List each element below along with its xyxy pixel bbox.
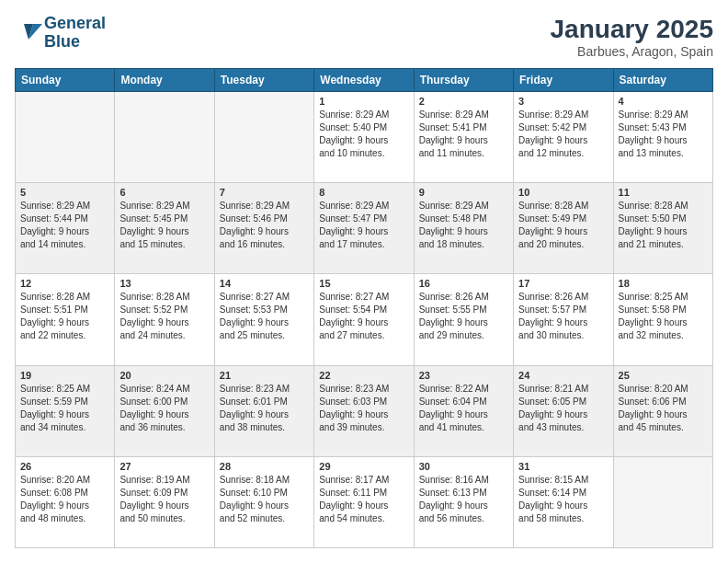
table-row: 13Sunrise: 8:28 AM Sunset: 5:52 PM Dayli… — [115, 274, 214, 365]
day-number: 31 — [518, 461, 608, 472]
day-number: 7 — [220, 187, 309, 198]
day-info: Sunrise: 8:25 AM Sunset: 5:58 PM Dayligh… — [619, 291, 708, 342]
table-row: 7Sunrise: 8:29 AM Sunset: 5:46 PM Daylig… — [214, 183, 313, 274]
day-number: 30 — [419, 461, 508, 472]
day-number: 26 — [20, 461, 109, 472]
table-row: 19Sunrise: 8:25 AM Sunset: 5:59 PM Dayli… — [16, 365, 115, 456]
day-number: 11 — [619, 187, 708, 198]
logo-text: General Blue — [44, 15, 106, 52]
table-row: 22Sunrise: 8:23 AM Sunset: 6:03 PM Dayli… — [314, 365, 414, 456]
table-row: 27Sunrise: 8:19 AM Sunset: 6:09 PM Dayli… — [115, 456, 214, 547]
week-row-4: 19Sunrise: 8:25 AM Sunset: 5:59 PM Dayli… — [16, 365, 713, 456]
table-row: 4Sunrise: 8:29 AM Sunset: 5:43 PM Daylig… — [613, 92, 712, 183]
day-info: Sunrise: 8:23 AM Sunset: 6:03 PM Dayligh… — [319, 383, 408, 434]
day-info: Sunrise: 8:26 AM Sunset: 5:55 PM Dayligh… — [419, 291, 508, 342]
col-monday: Monday — [115, 69, 214, 92]
table-row: 25Sunrise: 8:20 AM Sunset: 6:06 PM Dayli… — [613, 365, 712, 456]
day-info: Sunrise: 8:24 AM Sunset: 6:00 PM Dayligh… — [119, 383, 209, 434]
table-row: 30Sunrise: 8:16 AM Sunset: 6:13 PM Dayli… — [414, 456, 513, 547]
day-info: Sunrise: 8:29 AM Sunset: 5:43 PM Dayligh… — [619, 109, 708, 160]
day-info: Sunrise: 8:18 AM Sunset: 6:10 PM Dayligh… — [220, 474, 309, 525]
day-info: Sunrise: 8:20 AM Sunset: 6:06 PM Dayligh… — [619, 383, 708, 434]
table-row: 8Sunrise: 8:29 AM Sunset: 5:47 PM Daylig… — [314, 183, 414, 274]
day-info: Sunrise: 8:28 AM Sunset: 5:49 PM Dayligh… — [518, 200, 608, 251]
table-row: 14Sunrise: 8:27 AM Sunset: 5:53 PM Dayli… — [214, 274, 313, 365]
table-row: 6Sunrise: 8:29 AM Sunset: 5:45 PM Daylig… — [115, 183, 214, 274]
day-number: 12 — [20, 278, 109, 289]
week-row-2: 5Sunrise: 8:29 AM Sunset: 5:44 PM Daylig… — [16, 183, 713, 274]
table-row: 10Sunrise: 8:28 AM Sunset: 5:49 PM Dayli… — [514, 183, 613, 274]
table-row: 28Sunrise: 8:18 AM Sunset: 6:10 PM Dayli… — [214, 456, 313, 547]
table-row: 18Sunrise: 8:25 AM Sunset: 5:58 PM Dayli… — [613, 274, 712, 365]
day-number: 10 — [518, 187, 608, 198]
week-row-5: 26Sunrise: 8:20 AM Sunset: 6:08 PM Dayli… — [16, 456, 713, 547]
table-row — [214, 92, 313, 183]
day-info: Sunrise: 8:27 AM Sunset: 5:54 PM Dayligh… — [319, 291, 408, 342]
day-info: Sunrise: 8:15 AM Sunset: 6:14 PM Dayligh… — [518, 474, 608, 525]
day-number: 25 — [619, 370, 708, 381]
day-number: 1 — [319, 96, 408, 107]
day-number: 23 — [419, 370, 508, 381]
day-number: 28 — [220, 461, 309, 472]
day-number: 29 — [319, 461, 408, 472]
table-row: 26Sunrise: 8:20 AM Sunset: 6:08 PM Dayli… — [16, 456, 115, 547]
col-friday: Friday — [514, 69, 613, 92]
table-row: 21Sunrise: 8:23 AM Sunset: 6:01 PM Dayli… — [214, 365, 313, 456]
day-info: Sunrise: 8:19 AM Sunset: 6:09 PM Dayligh… — [119, 474, 209, 525]
header: General Blue January 2025 Barbues, Arago… — [15, 15, 713, 59]
header-row: Sunday Monday Tuesday Wednesday Thursday… — [16, 69, 713, 92]
day-number: 3 — [518, 96, 608, 107]
day-number: 9 — [419, 187, 508, 198]
day-number: 5 — [20, 187, 109, 198]
table-row — [16, 92, 115, 183]
day-info: Sunrise: 8:29 AM Sunset: 5:40 PM Dayligh… — [319, 109, 408, 160]
table-row — [115, 92, 214, 183]
logo-icon — [15, 19, 42, 47]
logo: General Blue — [15, 15, 106, 52]
day-info: Sunrise: 8:17 AM Sunset: 6:11 PM Dayligh… — [319, 474, 408, 525]
day-number: 22 — [319, 370, 408, 381]
table-row: 9Sunrise: 8:29 AM Sunset: 5:48 PM Daylig… — [414, 183, 513, 274]
table-row: 29Sunrise: 8:17 AM Sunset: 6:11 PM Dayli… — [314, 456, 414, 547]
day-number: 6 — [119, 187, 209, 198]
day-number: 14 — [220, 278, 309, 289]
col-saturday: Saturday — [613, 69, 712, 92]
day-number: 19 — [20, 370, 109, 381]
day-info: Sunrise: 8:29 AM Sunset: 5:46 PM Dayligh… — [220, 200, 309, 251]
day-info: Sunrise: 8:28 AM Sunset: 5:51 PM Dayligh… — [20, 291, 109, 342]
day-info: Sunrise: 8:28 AM Sunset: 5:50 PM Dayligh… — [619, 200, 708, 251]
col-sunday: Sunday — [16, 69, 115, 92]
table-row: 20Sunrise: 8:24 AM Sunset: 6:00 PM Dayli… — [115, 365, 214, 456]
table-row: 24Sunrise: 8:21 AM Sunset: 6:05 PM Dayli… — [514, 365, 613, 456]
table-row: 2Sunrise: 8:29 AM Sunset: 5:41 PM Daylig… — [414, 92, 513, 183]
table-row — [613, 456, 712, 547]
col-thursday: Thursday — [414, 69, 513, 92]
day-number: 24 — [518, 370, 608, 381]
calendar-table: Sunday Monday Tuesday Wednesday Thursday… — [15, 68, 713, 548]
day-info: Sunrise: 8:29 AM Sunset: 5:47 PM Dayligh… — [319, 200, 408, 251]
day-number: 8 — [319, 187, 408, 198]
day-info: Sunrise: 8:16 AM Sunset: 6:13 PM Dayligh… — [419, 474, 508, 525]
table-row: 16Sunrise: 8:26 AM Sunset: 5:55 PM Dayli… — [414, 274, 513, 365]
day-number: 20 — [119, 370, 209, 381]
table-row: 5Sunrise: 8:29 AM Sunset: 5:44 PM Daylig… — [16, 183, 115, 274]
table-row: 1Sunrise: 8:29 AM Sunset: 5:40 PM Daylig… — [314, 92, 414, 183]
table-row: 11Sunrise: 8:28 AM Sunset: 5:50 PM Dayli… — [613, 183, 712, 274]
day-info: Sunrise: 8:29 AM Sunset: 5:45 PM Dayligh… — [119, 200, 209, 251]
week-row-1: 1Sunrise: 8:29 AM Sunset: 5:40 PM Daylig… — [16, 92, 713, 183]
day-number: 15 — [319, 278, 408, 289]
calendar-subtitle: Barbues, Aragon, Spain — [551, 44, 713, 59]
calendar-title: January 2025 — [551, 15, 713, 44]
day-info: Sunrise: 8:27 AM Sunset: 5:53 PM Dayligh… — [220, 291, 309, 342]
day-info: Sunrise: 8:29 AM Sunset: 5:41 PM Dayligh… — [419, 109, 508, 160]
table-row: 3Sunrise: 8:29 AM Sunset: 5:42 PM Daylig… — [514, 92, 613, 183]
day-number: 2 — [419, 96, 508, 107]
day-number: 16 — [419, 278, 508, 289]
day-info: Sunrise: 8:23 AM Sunset: 6:01 PM Dayligh… — [220, 383, 309, 434]
week-row-3: 12Sunrise: 8:28 AM Sunset: 5:51 PM Dayli… — [16, 274, 713, 365]
day-info: Sunrise: 8:25 AM Sunset: 5:59 PM Dayligh… — [20, 383, 109, 434]
page: General Blue January 2025 Barbues, Arago… — [0, 0, 728, 563]
col-tuesday: Tuesday — [214, 69, 313, 92]
table-row: 12Sunrise: 8:28 AM Sunset: 5:51 PM Dayli… — [16, 274, 115, 365]
day-info: Sunrise: 8:28 AM Sunset: 5:52 PM Dayligh… — [119, 291, 209, 342]
